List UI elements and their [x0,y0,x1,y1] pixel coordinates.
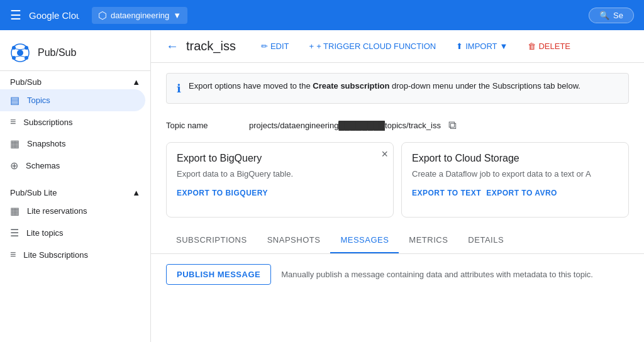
search-label: Se [613,11,623,20]
search-icon: 🔍 [599,11,609,20]
publish-bar: PUBLISH MESSAGE Manually publish a messa… [151,254,644,295]
main-content: ← track_iss ✏ EDIT + + TRIGGER CLOUD FUN… [151,30,644,342]
pubsub-chevron-icon: ▲ [132,77,140,87]
page-header: ← track_iss ✏ EDIT + + TRIGGER CLOUD FUN… [151,30,644,63]
tab-snapshots[interactable]: SNAPSHOTS [257,228,331,253]
sidebar-item-lite-subscriptions[interactable]: ≡ Lite Subscriptions [0,244,145,265]
pubsub-product-icon [10,43,30,63]
project-name: dataengineering [111,11,169,20]
project-dropdown-icon: ▼ [173,11,181,20]
svg-line-7 [15,49,20,50]
tab-details[interactable]: DETAILS [458,228,514,253]
sidebar-label-lite-reservations: Lite reservations [27,206,87,216]
delete-icon: 🗑 [528,41,536,51]
info-text-suffix: drop-down menu under the Subscriptions t… [389,81,580,91]
sidebar-label-schemas: Schemas [26,161,60,170]
svg-text:Google Cloud: Google Cloud [29,10,79,21]
edit-button[interactable]: ✏ EDIT [253,38,297,55]
svg-line-10 [20,56,25,57]
delete-button[interactable]: 🗑 DELETE [520,38,578,55]
publish-message-button[interactable]: PUBLISH MESSAGE [166,264,271,285]
lite-subscriptions-icon: ≡ [10,249,16,260]
export-bigquery-button[interactable]: EXPORT TO BIGQUERY [177,189,268,197]
export-cards: × Export to BigQuery Export data to a Bi… [166,142,629,218]
pubsub-section-label: Pub/Sub [10,77,42,87]
sidebar-label-lite-topics: Lite topics [26,228,64,238]
import-icon: ⬆ [456,41,463,51]
lite-reservations-icon: ▦ [10,205,19,217]
app-layout: Pub/Sub Pub/Sub ▲ ▤ Topics ≡ Subscriptio… [0,30,644,342]
back-button[interactable]: ← [166,39,179,53]
google-cloud-logo: Google Cloud [29,8,79,23]
svg-line-9 [15,56,20,57]
top-nav: ☰ Google Cloud ⬡ dataengineering ▼ 🔍 Se [0,0,644,30]
publish-description: Manually publish a message containing da… [281,270,593,279]
sidebar-product-header: Pub/Sub [0,35,150,71]
lite-topics-icon: ☰ [10,227,19,239]
export-card-cloud-storage: Export to Cloud Storage Create a Dataflo… [401,142,629,218]
import-button[interactable]: ⬆ IMPORT ▼ [448,38,515,55]
sidebar: Pub/Sub Pub/Sub ▲ ▤ Topics ≡ Subscriptio… [0,30,151,342]
cloud-storage-card-title: Export to Cloud Storage [412,153,618,164]
cloud-storage-card-actions: EXPORT TO TEXT EXPORT TO AVRO [412,189,618,197]
header-actions: ✏ EDIT + + TRIGGER CLOUD FUNCTION ⬆ IMPO… [253,38,578,55]
topic-value-prefix: projects/dataengineering [249,121,338,130]
edit-label: EDIT [270,41,289,51]
info-banner: ℹ Export options have moved to the Creat… [166,73,629,104]
sidebar-item-snapshots[interactable]: ▦ Snapshots [0,133,145,155]
trigger-cloud-function-button[interactable]: + + TRIGGER CLOUD FUNCTION [302,38,444,55]
topic-name-row: Topic name projects/dataengineering█████… [151,114,644,142]
topics-icon: ▤ [10,94,19,106]
info-text: Export options have moved to the Create … [189,81,580,91]
delete-label: DELETE [538,41,570,51]
bigquery-card-desc: Export data to a BigQuery table. [177,169,383,179]
import-label: IMPORT [465,41,497,51]
bigquery-card-actions: EXPORT TO BIGQUERY [177,189,383,197]
google-cloud-svg: Google Cloud [29,8,79,23]
copy-icon[interactable]: ⧉ [448,119,457,132]
project-selector[interactable]: ⬡ dataengineering ▼ [92,7,187,24]
export-text-button[interactable]: EXPORT TO TEXT [412,189,481,197]
sidebar-item-lite-topics[interactable]: ☰ Lite topics [0,222,145,244]
sidebar-item-lite-reservations[interactable]: ▦ Lite reservations [0,200,145,222]
schemas-icon: ⊕ [10,160,18,172]
info-text-prefix: Export options have moved to the [189,81,313,91]
project-icon: ⬡ [98,9,107,21]
bigquery-card-title: Export to BigQuery [177,153,383,164]
sidebar-label-subscriptions: Subscriptions [23,118,72,127]
page-title: track_iss [186,39,236,53]
sidebar-label-topics: Topics [27,96,50,105]
sidebar-label-lite-subscriptions: Lite Subscriptions [23,250,88,260]
topic-value-masked: ████████ [338,121,385,130]
sidebar-label-snapshots: Snapshots [27,139,65,148]
export-avro-button[interactable]: EXPORT TO AVRO [486,189,557,197]
sidebar-section-pubsub[interactable]: Pub/Sub ▲ [0,71,150,89]
sidebar-item-subscriptions[interactable]: ≡ Subscriptions [0,111,145,133]
tab-metrics[interactable]: METRICS [399,228,458,253]
export-card-bigquery: × Export to BigQuery Export data to a Bi… [166,142,394,218]
lite-section-label: Pub/Sub Lite [10,188,57,197]
info-icon: ℹ [177,82,181,96]
topic-value-suffix: topics/track_iss [385,121,441,130]
hamburger-icon[interactable]: ☰ [10,8,21,23]
tab-messages[interactable]: MESSAGES [330,228,399,253]
close-bigquery-card-button[interactable]: × [381,148,388,161]
info-text-highlight: Create subscription [313,81,389,91]
cloud-storage-card-desc: Create a Dataflow job to export data to … [412,169,618,179]
tab-subscriptions[interactable]: SUBSCRIPTIONS [166,228,257,253]
snapshots-icon: ▦ [10,138,19,150]
topic-name-value: projects/dataengineering████████topics/t… [249,121,441,130]
product-name: Pub/Sub [38,47,76,58]
trigger-icon: + [309,41,314,51]
sidebar-item-schemas[interactable]: ⊕ Schemas [0,155,145,177]
sidebar-item-topics[interactable]: ▤ Topics [0,89,145,111]
sidebar-section-lite[interactable]: Pub/Sub Lite ▲ [0,182,150,200]
svg-point-2 [17,50,23,56]
search-button[interactable]: 🔍 Se [589,8,634,23]
svg-line-8 [20,49,25,50]
trigger-label: + TRIGGER CLOUD FUNCTION [316,41,436,51]
import-dropdown-icon: ▼ [500,41,508,51]
tabs-row: SUBSCRIPTIONS SNAPSHOTS MESSAGES METRICS… [151,228,644,254]
topic-name-label: Topic name [166,121,242,130]
lite-chevron-icon: ▲ [132,188,140,197]
